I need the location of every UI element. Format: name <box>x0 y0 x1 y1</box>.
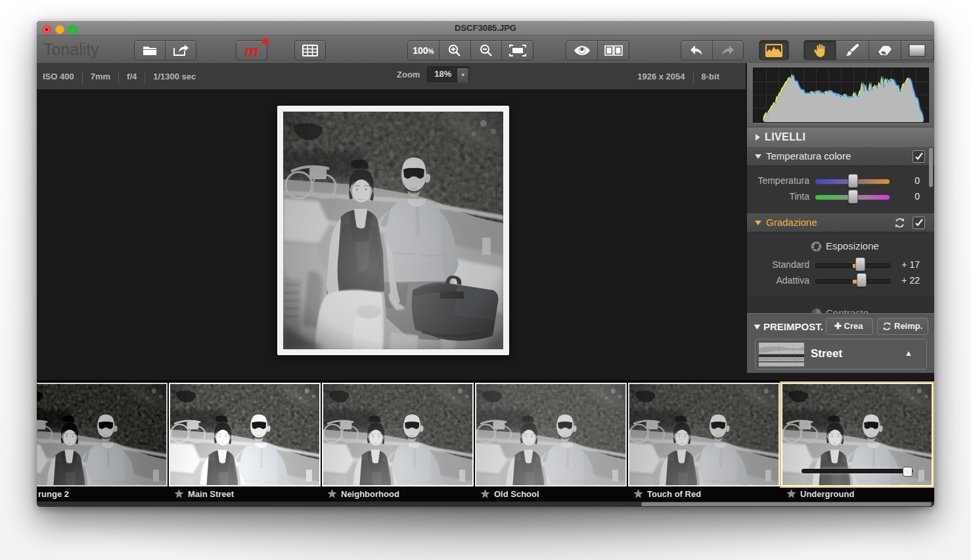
svg-text:m: m <box>244 43 258 58</box>
